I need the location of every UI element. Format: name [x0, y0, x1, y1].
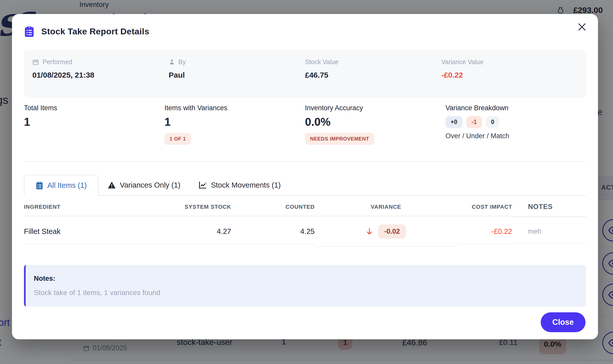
cell-system-stock: 4.27	[143, 220, 231, 244]
performed-value: 01/08/2025, 21:38	[32, 71, 169, 79]
variance-badge: -0.02	[378, 225, 406, 239]
stock-take-report-modal: Stock Take Report Details Performed 01/0…	[12, 14, 598, 339]
cell-counted: 4.25	[231, 220, 315, 244]
tab-variances-only-label: Variances Only (1)	[120, 181, 180, 189]
variance-value-label: Variance Value	[441, 58, 484, 66]
table-row[interactable]: Fillet Steak 4.27 4.25 -0.02 -£0.22 meh	[24, 217, 586, 247]
col-system-stock: SYSTEM STOCK	[143, 197, 231, 216]
col-notes: NOTES	[512, 196, 586, 217]
summary-stock-value: Stock Value £46.75	[305, 58, 441, 98]
close-button[interactable]: Close	[541, 312, 586, 332]
section-divider	[24, 161, 586, 162]
accuracy-value: 0.0%	[305, 116, 445, 128]
stat-total-items: Total Items 1	[24, 104, 164, 145]
total-items-label: Total Items	[24, 104, 164, 112]
stock-value-label: Stock Value	[305, 58, 339, 66]
summary-by: By Paul	[169, 58, 305, 98]
breakdown-over-pill: +0	[445, 116, 462, 128]
stats-row: Total Items 1 Items with Variances 1 1 O…	[24, 104, 586, 145]
col-counted: COUNTED	[231, 197, 315, 216]
variance-items-value: 1	[164, 116, 305, 128]
summary-performed: Performed 01/08/2025, 21:38	[32, 58, 169, 98]
trend-chart-icon	[199, 181, 207, 189]
cell-ingredient: Fillet Steak	[24, 220, 143, 244]
stat-items-with-variances: Items with Variances 1 1 OF 1	[164, 104, 305, 145]
tab-stock-movements[interactable]: Stock Movements (1)	[190, 175, 290, 195]
report-notes: Notes: Stock take of 1 items, 1 variance…	[24, 265, 586, 306]
table-header-row: INGREDIENT SYSTEM STOCK COUNTED VARIANCE…	[24, 196, 586, 217]
breakdown-caption: Over / Under / Match	[445, 132, 586, 140]
breakdown-match-pill: 0	[486, 116, 499, 128]
performed-label: Performed	[43, 58, 72, 66]
variance-items-label: Items with Variances	[164, 104, 305, 112]
calendar-icon	[32, 59, 39, 65]
stat-inventory-accuracy: Inventory Accuracy 0.0% NEEDS IMPROVEMEN…	[305, 104, 445, 145]
accuracy-badge: NEEDS IMPROVEMENT	[305, 133, 374, 145]
col-variance: VARIANCE	[315, 197, 457, 216]
tab-all-items[interactable]: All Items (1)	[24, 175, 99, 196]
accuracy-label: Inventory Accuracy	[305, 104, 445, 112]
summary-variance-value: Variance Value -£0.22	[441, 58, 578, 98]
breakdown-under-pill: -1	[466, 116, 482, 128]
user-icon	[169, 59, 175, 65]
tab-all-items-label: All Items (1)	[47, 181, 87, 190]
arrow-down-icon	[366, 228, 373, 235]
modal-header: Stock Take Report Details	[24, 24, 586, 38]
by-label: By	[178, 58, 186, 66]
modal-title: Stock Take Report Details	[41, 26, 149, 36]
variance-items-badge: 1 OF 1	[164, 133, 191, 145]
clipboard-icon	[36, 181, 43, 190]
col-cost-impact: COST IMPACT	[457, 197, 512, 216]
stat-variance-breakdown: Variance Breakdown +0 -1 0 Over / Under …	[445, 104, 586, 145]
cell-variance: -0.02	[315, 225, 457, 239]
summary-card: Performed 01/08/2025, 21:38 By Paul Stoc…	[24, 50, 586, 98]
warning-icon	[108, 181, 116, 189]
tab-stock-movements-label: Stock Movements (1)	[211, 181, 281, 189]
breakdown-label: Variance Breakdown	[445, 104, 586, 112]
total-items-value: 1	[24, 116, 164, 128]
notes-text: Stock take of 1 items, 1 variances found	[34, 289, 578, 297]
notes-label: Notes:	[34, 275, 578, 283]
variance-value: -£0.22	[441, 71, 578, 79]
col-ingredient: INGREDIENT	[24, 197, 143, 216]
cell-cost-impact: -£0.22	[457, 220, 512, 244]
clipboard-icon	[24, 25, 35, 37]
cell-notes: meh	[512, 220, 586, 244]
report-tabs: All Items (1) Variances Only (1) Stock M…	[24, 175, 586, 196]
close-icon[interactable]	[576, 21, 588, 33]
by-value: Paul	[169, 71, 305, 79]
tab-variances-only[interactable]: Variances Only (1)	[99, 175, 190, 195]
stock-value: £46.75	[305, 71, 441, 79]
